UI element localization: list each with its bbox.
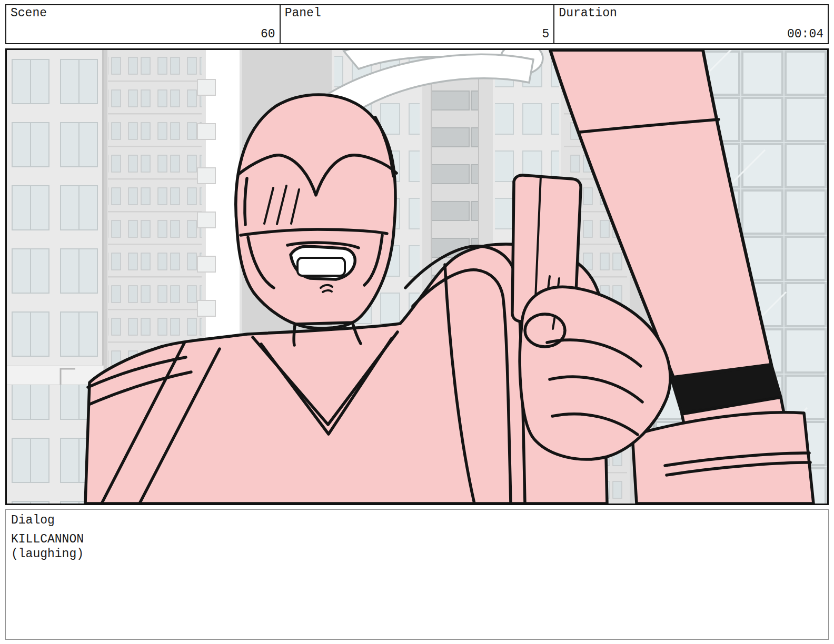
panel-value: 5 bbox=[285, 27, 550, 41]
teeth bbox=[297, 258, 345, 276]
panel-cell: Panel 5 bbox=[280, 4, 555, 44]
storyboard-panel-frame bbox=[5, 48, 829, 505]
duration-cell: Duration 00:04 bbox=[553, 4, 829, 44]
scene-value: 60 bbox=[11, 27, 275, 41]
dialog-label: Dialog bbox=[11, 513, 823, 528]
head bbox=[236, 95, 395, 324]
storyboard-sheet: Scene 60 Panel 5 Duration 00:04 bbox=[0, 0, 834, 644]
dialog-line: (laughing) bbox=[11, 547, 823, 561]
dialog-line: KILLCANNON bbox=[11, 532, 823, 547]
scene-label: Scene bbox=[11, 6, 275, 20]
storyboard-header: Scene 60 Panel 5 Duration 00:04 bbox=[5, 4, 829, 44]
duration-label: Duration bbox=[559, 6, 823, 20]
duration-value: 00:04 bbox=[559, 27, 823, 41]
storyboard-drawing bbox=[7, 50, 827, 504]
panel-label: Panel bbox=[285, 6, 550, 20]
dialog-box: Dialog KILLCANNON (laughing) bbox=[5, 509, 829, 640]
scene-cell: Scene 60 bbox=[5, 4, 281, 44]
mouth bbox=[287, 243, 359, 279]
